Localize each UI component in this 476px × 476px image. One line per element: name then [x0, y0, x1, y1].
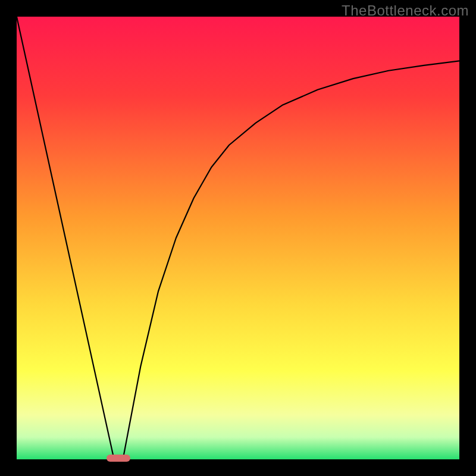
- chart-frame: TheBottleneck.com: [0, 0, 476, 476]
- svg-rect-0: [17, 17, 459, 459]
- plot-area: [17, 17, 459, 459]
- watermark-label: TheBottleneck.com: [342, 2, 469, 19]
- optimum-marker: [107, 455, 130, 462]
- chart-svg: [17, 17, 459, 459]
